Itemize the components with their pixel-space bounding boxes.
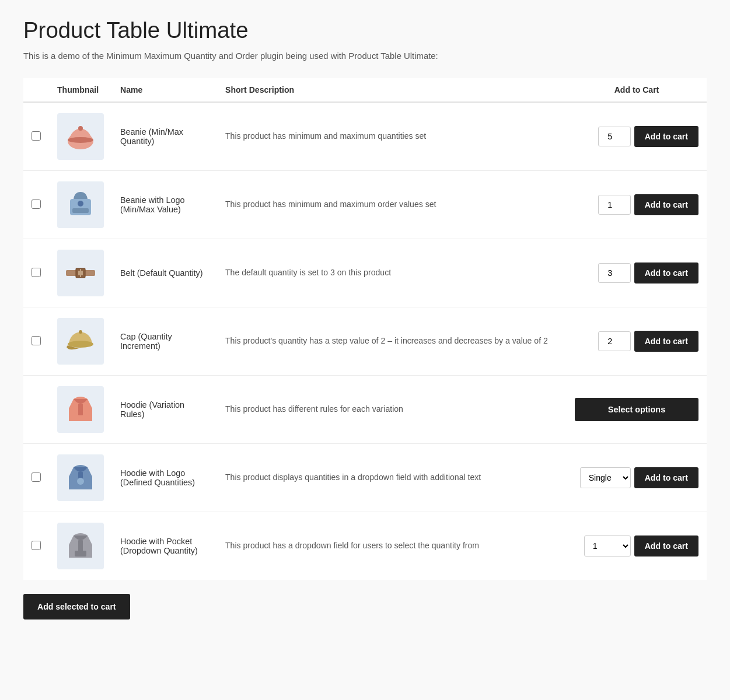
svg-point-5 [78,201,83,206]
table-row: Hoodie with Logo (Defined Quantities)Thi… [23,444,707,512]
col-header-thumbnail: Thumbnail [49,78,112,102]
add-to-cart-button[interactable]: Add to cart [634,126,698,147]
add-to-cart-button[interactable]: Add to cart [634,536,698,556]
cap-icon [57,318,104,365]
svg-rect-12 [78,404,83,415]
svg-point-1 [68,137,93,143]
row-checkbox[interactable] [32,541,41,550]
short-description: This product has a dropdown field for us… [225,541,479,550]
add-to-cart-group: Add to cart [575,126,698,147]
add-selected-to-cart-button[interactable]: Add selected to cart [23,594,130,620]
quantity-select[interactable]: SingleDoubleTriple [580,467,631,488]
table-row: Belt (Default Quantity)The default quant… [23,239,707,307]
row-checkbox[interactable] [32,268,41,277]
footer-bar: Add selected to cart [23,594,707,620]
quantity-select[interactable]: 12345 [584,536,631,556]
add-to-cart-group: Add to cart [575,331,698,352]
short-description: This product's quantity has a step value… [225,336,548,345]
row-checkbox[interactable] [32,473,41,482]
product-table: Thumbnail Name Short Description Add to … [23,78,707,580]
page-title: Product Table Ultimate [23,18,707,43]
beanie-logo-icon [57,181,104,228]
row-checkbox[interactable] [32,131,41,141]
product-name: Belt (Default Quantity) [120,268,203,278]
col-header-description: Short Description [217,78,567,102]
table-row: Hoodie (Variation Rules)This product has… [23,376,707,444]
belt-icon [57,250,104,296]
svg-rect-16 [75,551,86,556]
col-header-name: Name [112,78,217,102]
svg-point-14 [77,478,84,485]
add-to-cart-button[interactable]: Add to cart [634,467,698,488]
row-checkbox[interactable] [32,200,41,209]
col-header-addtocart: Add to Cart [567,78,707,102]
beanie-icon [57,113,104,160]
table-header-row: Thumbnail Name Short Description Add to … [23,78,707,102]
hoodie-logo-icon [57,454,104,501]
hoodie-icon [57,386,104,433]
svg-point-2 [78,126,83,131]
svg-point-10 [68,341,93,348]
add-to-cart-button[interactable]: Add to cart [634,194,698,215]
product-name: Cap (Quantity Increment) [120,332,172,351]
quantity-input[interactable] [598,263,631,283]
svg-rect-9 [80,269,81,277]
svg-rect-15 [78,540,83,552]
short-description: The default quantity is set to 3 on this… [225,268,391,277]
add-to-cart-group: SingleDoubleTripleAdd to cart [575,467,698,488]
quantity-input[interactable] [598,127,631,146]
svg-point-11 [79,330,82,334]
table-row: Beanie (Min/Max Quantity)This product ha… [23,102,707,171]
hoodie-pocket-icon [57,523,104,569]
short-description: This product has minimum and maximum qua… [225,131,426,141]
col-header-checkbox [23,78,49,102]
add-to-cart-group: Add to cart [575,194,698,215]
product-name: Beanie with Logo (Min/Max Value) [120,195,184,214]
select-options-button[interactable]: Select options [575,398,698,421]
product-name: Hoodie (Variation Rules) [120,400,184,419]
short-description: This product displays quantities in a dr… [225,473,481,482]
add-to-cart-group: 12345Add to cart [575,536,698,556]
product-name: Beanie (Min/Max Quantity) [120,127,183,146]
table-row: Cap (Quantity Increment)This product's q… [23,307,707,376]
short-description: This product has minimum and maximum ord… [225,200,436,209]
add-to-cart-group: Add to cart [575,262,698,284]
row-checkbox[interactable] [32,336,41,345]
add-to-cart-button[interactable]: Add to cart [634,331,698,352]
svg-rect-4 [72,208,89,213]
quantity-input[interactable] [598,331,631,351]
table-row: Beanie with Logo (Min/Max Value)This pro… [23,171,707,239]
add-to-cart-button[interactable]: Add to cart [634,262,698,284]
table-row: Hoodie with Pocket (Dropdown Quantity)Th… [23,512,707,580]
page-subtitle: This is a demo of the Minimum Maximum Qu… [23,51,707,61]
short-description: This product has different rules for eac… [225,404,403,414]
quantity-input[interactable] [598,195,631,215]
product-name: Hoodie with Pocket (Dropdown Quantity) [120,537,198,555]
product-name: Hoodie with Logo (Defined Quantities) [120,468,195,487]
